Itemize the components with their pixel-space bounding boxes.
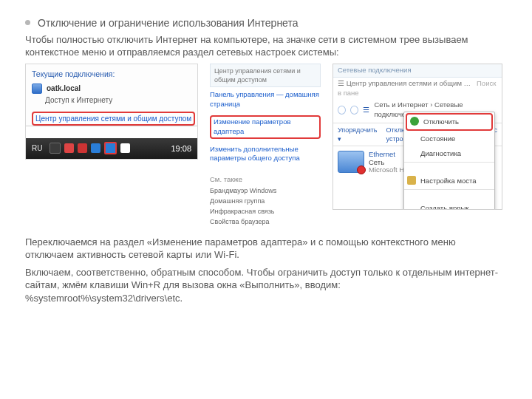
address-bar-1: ☰ Центр управления сетями и общим … Поис…: [333, 78, 502, 100]
gear-icon: [407, 176, 416, 185]
ctx-diagnostics[interactable]: Диагностика: [404, 146, 494, 161]
bullet-row: Отключение и ограничение использования И…: [25, 16, 511, 30]
enable-disable-icon: [410, 117, 419, 126]
network-entry: oatk.local: [32, 83, 191, 94]
bullet-icon: [25, 20, 30, 25]
see-also-item[interactable]: Домашняя группа: [210, 197, 321, 205]
back-icon[interactable]: [338, 106, 346, 115]
ctx-shortcut[interactable]: Создать ярлык: [404, 201, 494, 210]
tray-icon[interactable]: [78, 143, 87, 153]
ctx-separator: [404, 189, 494, 200]
cpl-home-link[interactable]: Панель управления — домашняя страница: [210, 90, 321, 109]
network-domain: oatk.local: [47, 83, 81, 94]
tray-icon[interactable]: [50, 143, 61, 154]
network-status: Доступ к Интернету: [45, 95, 191, 106]
figure-control-panel-nav: Центр управления сетями и общим доступом…: [210, 64, 321, 228]
intro-paragraph: Чтобы полностью отключить Интернет на ко…: [25, 33, 498, 59]
see-also-item[interactable]: Инфракрасная связь: [210, 207, 321, 216]
ctx-bridge[interactable]: Настройка моста: [404, 174, 494, 188]
paragraph-2: Переключаемся на раздел «Изменение парам…: [25, 236, 498, 262]
forward-icon[interactable]: [350, 106, 358, 115]
taskbar-time: 19:08: [171, 143, 191, 154]
slide: Отключение и ограничение использования И…: [0, 0, 532, 399]
change-adapter-settings-link[interactable]: Изменение параметров адаптера: [210, 115, 321, 139]
network-flyout-body: Текущие подключения: oatk.local Доступ к…: [26, 64, 197, 126]
figure-network-flyout: Текущие подключения: oatk.local Доступ к…: [25, 64, 198, 160]
bullet-title: Отключение и ограничение использования И…: [38, 16, 298, 30]
network-icon: [32, 83, 42, 94]
window-tab-title: Сетевые подключения: [333, 64, 502, 78]
ctx-disable[interactable]: Отключить: [406, 113, 493, 131]
language-indicator[interactable]: RU: [32, 143, 42, 154]
current-connections-title: Текущие подключения:: [32, 69, 191, 79]
ethernet-adapter-icon[interactable]: [338, 151, 364, 173]
see-also-item[interactable]: Брандмауэр Windows: [210, 186, 321, 195]
ctx-status[interactable]: Состояние: [404, 132, 494, 146]
taskbar: RU 19:08: [26, 138, 197, 159]
tray-icon[interactable]: [120, 143, 130, 153]
adapter-context-menu: Отключить Состояние Диагностика Настройк…: [403, 112, 495, 210]
paragraph-3: Включаем, соответственно, обратным спосо…: [25, 266, 498, 305]
addr1-text: Центр управления сетями и общим …: [347, 79, 471, 87]
see-also-label: См. также: [210, 175, 321, 185]
see-also-item[interactable]: Свойства браузера: [210, 217, 321, 226]
ctx-separator: [404, 162, 494, 173]
open-network-center-link[interactable]: Центр управления сетями и общим доступом: [32, 112, 195, 126]
figure-network-connections-window: Сетевые подключения ☰ Центр управления с…: [332, 64, 502, 210]
tray-icon[interactable]: [64, 143, 74, 153]
figures-row: Текущие подключения: oatk.local Доступ к…: [25, 64, 511, 228]
advanced-sharing-link[interactable]: Изменить дополнительные параметры общего…: [210, 145, 321, 164]
tray-network-icon[interactable]: [104, 142, 117, 154]
cpl-header: Центр управления сетями и общим доступом: [210, 64, 321, 87]
tray-icon[interactable]: [91, 143, 100, 153]
organize-menu[interactable]: Упорядочить ▾: [338, 126, 378, 143]
